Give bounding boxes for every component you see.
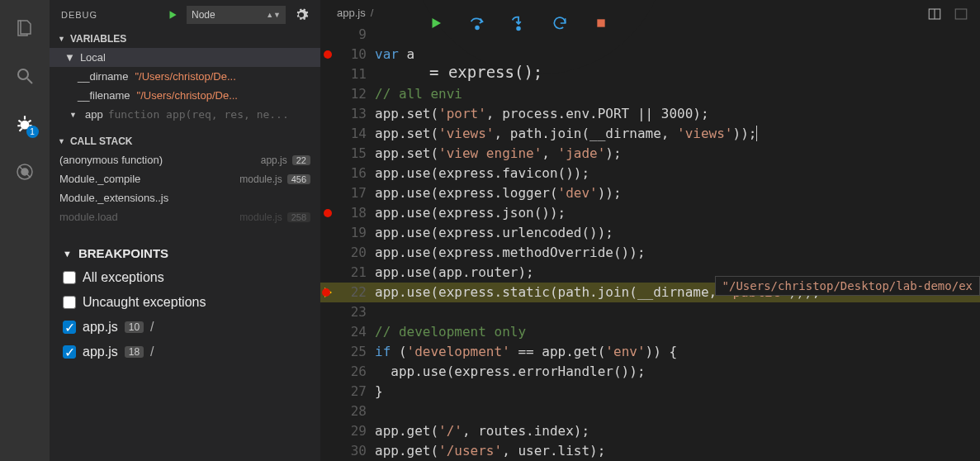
code-line[interactable]: 13app.set('port', process.env.PORT || 30…	[320, 104, 980, 124]
gutter-glyph[interactable]	[320, 223, 335, 243]
debug-header: DEBUG Node ▲▼	[50, 0, 320, 30]
no-bug-icon[interactable]	[13, 160, 36, 183]
gutter-glyph[interactable]	[320, 302, 335, 322]
gutter-glyph[interactable]	[320, 362, 335, 382]
activity-bar: 1	[0, 0, 50, 461]
chevron-down-icon: ▼	[58, 137, 65, 145]
chevron-down-icon: ▼	[64, 51, 75, 64]
files-icon[interactable]	[13, 17, 36, 40]
callstack-section[interactable]: ▼ CALL STACK	[50, 132, 320, 150]
debug-badge: 1	[26, 126, 39, 138]
debug-icon[interactable]: 1	[13, 112, 36, 135]
gutter-glyph[interactable]	[320, 25, 335, 45]
chevron-down-icon: ▼	[58, 35, 65, 43]
checkbox[interactable]	[63, 296, 76, 309]
breakpoints-section[interactable]: ▼ BREAKPOINTS	[50, 241, 320, 265]
code-line[interactable]: 27}	[320, 382, 980, 402]
debug-title: DEBUG	[61, 10, 159, 20]
code-line[interactable]: 19app.use(express.urlencoded());	[320, 223, 980, 243]
code-line[interactable]: 14app.set('views', path.join(__dirname, …	[320, 124, 980, 144]
restart-button[interactable]	[550, 13, 570, 33]
gutter-glyph[interactable]	[320, 421, 335, 441]
gutter-glyph[interactable]	[320, 45, 335, 64]
gutter-glyph[interactable]	[320, 283, 335, 302]
more-icon[interactable]	[954, 7, 968, 21]
breadcrumb: /	[371, 7, 374, 19]
checkbox[interactable]	[63, 271, 76, 284]
gutter-glyph[interactable]	[320, 243, 335, 263]
editor: app.js / 910var a1112// all envi13app.se…	[320, 0, 980, 461]
gutter-glyph[interactable]	[320, 441, 335, 461]
debug-config-select[interactable]: Node ▲▼	[187, 6, 286, 24]
checkbox[interactable]: ✓	[63, 321, 76, 334]
breakpoint-row[interactable]: Uncaught exceptions	[50, 290, 320, 315]
code-line[interactable]: 10var a	[320, 45, 980, 64]
code-line[interactable]: 15app.set('view engine', 'jade');	[320, 144, 980, 164]
code-line[interactable]: 29app.get('/', routes.index);	[320, 421, 980, 441]
code-line[interactable]: 26 app.use(express.errorHandler());	[320, 362, 980, 382]
breakpoint-row[interactable]: ✓app.js18/	[50, 340, 320, 364]
code-line[interactable]: 20app.use(express.methodOverride());	[320, 243, 980, 263]
gutter-glyph[interactable]	[320, 263, 335, 283]
search-icon[interactable]	[13, 64, 36, 88]
gutter-glyph[interactable]	[320, 402, 335, 421]
breakpoint-row[interactable]: All exceptions	[50, 265, 320, 290]
variable-row[interactable]: __dirname"/Users/christop/De...	[50, 67, 320, 86]
gutter-glyph[interactable]	[320, 164, 335, 183]
code-line[interactable]: 18app.use(express.json());	[320, 203, 980, 223]
step-into-button[interactable]	[509, 13, 528, 33]
gutter-glyph[interactable]	[320, 203, 335, 223]
code-line[interactable]: 30app.get('/users', user.list);	[320, 441, 980, 461]
code-line[interactable]: 25if ('development' == app.get('env')) {	[320, 342, 980, 362]
debug-toolbar	[411, 8, 626, 38]
callstack-row[interactable]: Module._compilemodule.js456	[50, 169, 320, 188]
gutter-glyph[interactable]	[320, 124, 335, 144]
gutter-glyph[interactable]	[320, 84, 335, 104]
debug-expression: = express();	[429, 63, 542, 81]
gutter-glyph[interactable]	[320, 342, 335, 362]
variable-app[interactable]: ▼ app function app(req, res, ne...	[50, 105, 320, 124]
callstack-row[interactable]: (anonymous function)app.js22	[50, 150, 320, 169]
code-line[interactable]: 11	[320, 64, 980, 84]
code-line[interactable]: 28	[320, 402, 980, 421]
variables-scope-local[interactable]: ▼ Local	[50, 48, 320, 67]
svg-line-8	[20, 128, 22, 131]
svg-marker-13	[170, 11, 177, 18]
split-editor-icon[interactable]	[927, 7, 942, 21]
hover-tooltip: "/Users/christop/Desktop/lab-demo/ex	[715, 276, 980, 296]
gutter-glyph[interactable]	[320, 382, 335, 402]
code-area[interactable]: 910var a1112// all envi13app.set('port',…	[320, 25, 980, 461]
tab-app-js[interactable]: app.js	[337, 7, 366, 19]
gutter-glyph[interactable]	[320, 183, 335, 203]
callstack-row[interactable]: Module._extensions..js	[50, 188, 320, 207]
checkbox[interactable]: ✓	[63, 345, 76, 359]
step-over-button[interactable]	[467, 13, 487, 33]
code-line[interactable]: 17app.use(express.logger('dev'));	[320, 183, 980, 203]
svg-point-0	[18, 69, 28, 79]
code-line[interactable]: 16app.use(express.favicon());	[320, 164, 980, 183]
breakpoint-row[interactable]: ✓app.js10/	[50, 315, 320, 340]
svg-line-4	[18, 121, 21, 122]
start-debug-button[interactable]	[167, 9, 178, 21]
svg-rect-20	[597, 19, 604, 26]
svg-rect-16	[955, 9, 967, 19]
svg-line-1	[27, 78, 32, 83]
callstack-row[interactable]: module.loadmodule.js258	[50, 207, 320, 226]
chevron-down-icon: ▼	[69, 111, 77, 119]
code-line[interactable]: 12// all envi	[320, 84, 980, 104]
svg-point-18	[476, 26, 479, 30]
svg-marker-17	[433, 18, 442, 28]
code-line[interactable]: 24// development only	[320, 322, 980, 342]
variable-row[interactable]: __filename"/Users/christop/De...	[50, 86, 320, 105]
code-line[interactable]: 23	[320, 302, 980, 322]
svg-line-5	[28, 121, 31, 122]
gutter-glyph[interactable]	[320, 144, 335, 164]
stop-button[interactable]	[591, 13, 611, 33]
gear-icon[interactable]	[294, 7, 309, 22]
variables-section[interactable]: ▼ VARIABLES	[50, 30, 320, 48]
continue-button[interactable]	[426, 13, 446, 33]
chevron-down-icon: ▼	[63, 249, 72, 259]
gutter-glyph[interactable]	[320, 104, 335, 124]
gutter-glyph[interactable]	[320, 322, 335, 342]
gutter-glyph[interactable]	[320, 64, 335, 84]
